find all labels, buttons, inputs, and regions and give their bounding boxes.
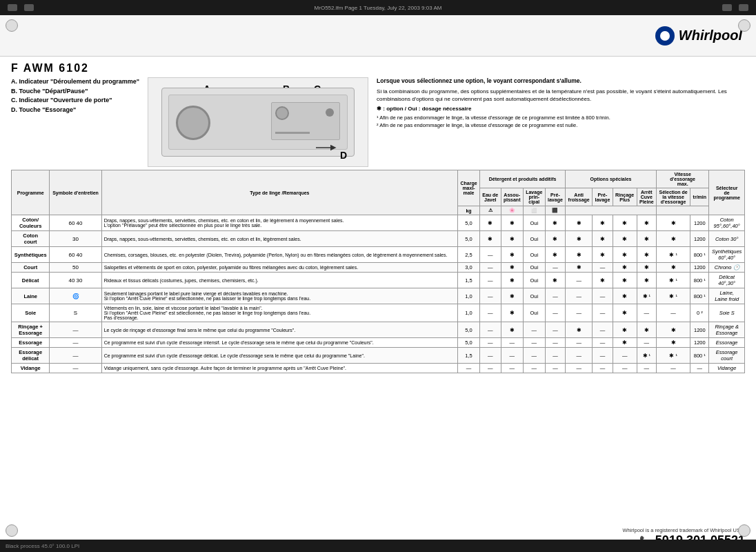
table-cell: — <box>479 304 501 322</box>
table-cell: ✱ <box>613 338 637 348</box>
indicator-b: B. Touche "Départ/Pause" <box>11 87 139 97</box>
table-cell: 1,0 <box>458 288 480 304</box>
col-header-vitesse: Vitessed'essoragemax. <box>656 170 708 188</box>
machine-body <box>161 88 355 157</box>
footer-trademark: Whirlpool is a registered trademark of W… <box>622 527 745 533</box>
table-cell: ✱ <box>656 215 690 231</box>
table-row: Coton court30Draps, nappes, sous-vêtemen… <box>12 231 745 247</box>
col-unit-kg: kg <box>458 206 480 215</box>
col-header-rincage: RinçagePlus <box>613 188 637 206</box>
table-cell: 1200 <box>690 231 709 247</box>
table-cell: Délicat <box>12 273 50 288</box>
col-header-eau-javel: Eau deJavel <box>479 188 501 206</box>
table-cell: — <box>566 288 593 304</box>
table-row: Essorage délicat—Ce programme est suivi … <box>12 348 745 364</box>
film-hole-4 <box>739 4 748 11</box>
table-cell: — <box>50 338 101 348</box>
table-cell: ✱ ¹ <box>656 247 690 263</box>
table-cell: — <box>479 288 501 304</box>
table-cell: ✱ ¹ <box>656 288 690 304</box>
table-cell: — <box>458 364 480 373</box>
table-cell: ✱ <box>545 231 565 247</box>
col-sym-pre: ⬛ <box>545 206 565 215</box>
table-cell: Coton court <box>12 231 50 247</box>
info-para1: Si la combinaison du programme, des opti… <box>377 88 745 103</box>
table-cell: Salopettes et vêtements de sport en coto… <box>101 263 457 273</box>
arrow-d <box>316 141 337 155</box>
table-cell: ✱ <box>637 273 656 288</box>
table-cell: Synthétiques 60°,40° <box>709 247 745 263</box>
film-hole-3 <box>722 4 732 11</box>
table-cell: ✱ <box>637 263 656 273</box>
table-cell: Vêtements en lin, soie, laine et viscose… <box>101 304 457 322</box>
table-cell: 2,5 <box>458 247 480 263</box>
table-cell: ✱ <box>501 288 523 304</box>
table-cell: ✱ <box>656 231 690 247</box>
col-header-selection: Sélection dela vitessed'essorage <box>656 188 690 206</box>
film-strip-filename: MrO552.lfm Page 1 Tuesday, July 22, 2003… <box>36 5 720 11</box>
table-cell: 1200 <box>690 322 709 338</box>
table-cell: ✱ <box>566 215 593 231</box>
table-cell: ✱ <box>501 263 523 273</box>
table-cell: — <box>479 273 501 288</box>
table-cell: — <box>593 364 613 373</box>
wash-programs-table: Programme Symbole d'entretien Type de li… <box>11 170 745 373</box>
table-cell: — <box>566 304 593 322</box>
machine-diagram: A B C <box>148 77 368 167</box>
bottom-strip-text: Black process 45.0° 100.0 LPI <box>6 543 79 549</box>
table-row: Coton/ Couleurs60 40Draps, nappes, sous-… <box>12 215 745 231</box>
table-cell: Essorage court <box>709 348 745 364</box>
table-cell: Ce programme est suivi d'un cycle d'esso… <box>101 348 457 364</box>
table-cell: — <box>593 348 613 364</box>
main-content: F AWM 6102 A. Indicateur "Déroulement du… <box>0 57 756 379</box>
table-cell: — <box>50 364 101 373</box>
table-cell: Oui <box>523 231 545 247</box>
col-header-anti-froissage: Antifroissage <box>566 188 593 206</box>
table-cell: — <box>613 364 637 373</box>
table-cell: ✱ <box>545 273 565 288</box>
table-cell: Coton 95°,60°,40° <box>709 215 745 231</box>
table-row: Rinçage + Essorage—Le cycle de rinçage e… <box>12 322 745 338</box>
table-cell: ✱ <box>613 288 637 304</box>
table-cell: 60 40 <box>50 247 101 263</box>
col-header-arret: ArrêtCuvePleine <box>637 188 656 206</box>
table-cell: — <box>566 348 593 364</box>
table-cell: — <box>523 338 545 348</box>
table-cell: — <box>545 304 565 322</box>
table-cell: ✱ <box>566 263 593 273</box>
table-cell: — <box>523 364 545 373</box>
model-number: AWM 6102 <box>23 62 89 75</box>
col-sym-assoup: 🌸 <box>501 206 523 215</box>
table-cell: Chrono 🕐 <box>709 263 745 273</box>
table-cell: ✱ <box>545 215 565 231</box>
table-cell: Ce programme est suivi d'un cycle d'esso… <box>101 338 457 348</box>
col-header-lavage: Lavageprin-cipal <box>523 188 545 206</box>
table-cell: 50 <box>50 263 101 273</box>
table-cell: Coton/ Couleurs <box>12 215 50 231</box>
table-cell: Draps, nappes, sous-vêtements, serviette… <box>101 215 457 231</box>
table-cell: 5,0 <box>458 231 480 247</box>
table-cell: — <box>545 263 565 273</box>
col-header-options: Options spéciales <box>566 170 657 188</box>
table-cell: Rinçage + Essorage <box>12 322 50 338</box>
film-hole-1 <box>8 4 17 11</box>
whirlpool-logo-icon <box>655 26 675 46</box>
indicators-section: A. Indicateur "Déroulement du programme"… <box>11 77 139 115</box>
col-header-detergent: Détergent et produits additifs <box>479 170 565 188</box>
indicator-d: D. Touche "Essorage" <box>11 106 139 115</box>
indicator-a: A. Indicateur "Déroulement du programme" <box>11 77 139 87</box>
table-cell: 5,0 <box>458 338 480 348</box>
col-header-symbole: Symbole d'entretien <box>50 170 101 215</box>
col-header-charge: Chargemaxi-male <box>458 170 480 206</box>
table-cell: — <box>613 348 637 364</box>
table-cell: — <box>566 338 593 348</box>
table-cell: ✱ <box>613 231 637 247</box>
bottom-strip: Black process 45.0° 100.0 LPI <box>0 540 756 552</box>
table-cell: ✱ <box>613 263 637 273</box>
table-cell: Essorage <box>709 338 745 348</box>
table-cell: — <box>501 364 523 373</box>
table-cell: ✱ <box>656 322 690 338</box>
table-cell: — <box>637 364 656 373</box>
table-cell: Chemises, corsages, blouses, etc. en pol… <box>101 247 457 263</box>
table-cell: 1,5 <box>458 273 480 288</box>
